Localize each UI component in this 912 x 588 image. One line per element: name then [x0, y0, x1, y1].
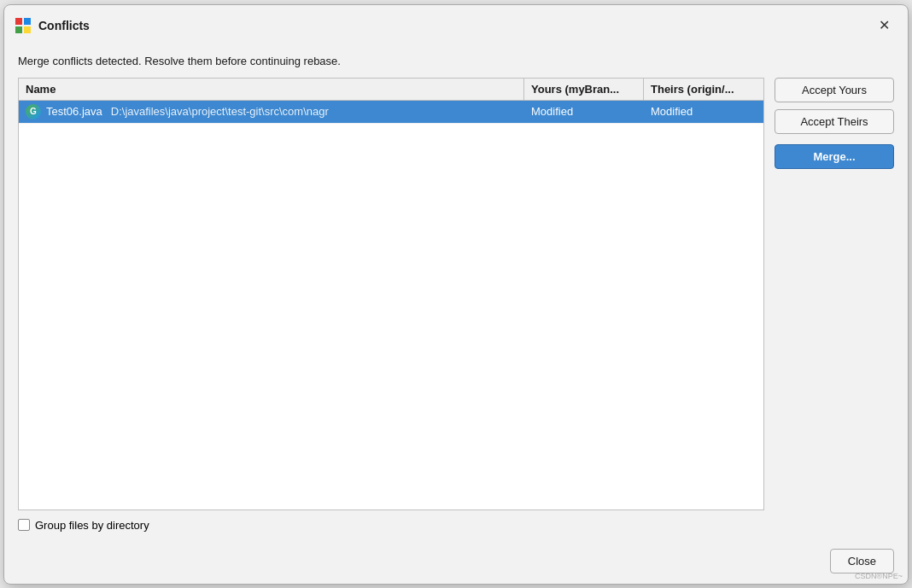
accept-yours-button[interactable]: Accept Yours	[775, 78, 894, 102]
group-files-checkbox[interactable]	[18, 519, 30, 531]
cell-yours: Modified	[524, 102, 644, 121]
conflicts-table: Name Yours (myBran... Theirs (origin/...…	[18, 78, 764, 510]
file-icon: G	[26, 104, 41, 119]
table-header: Name Yours (myBran... Theirs (origin/...	[19, 79, 763, 101]
conflicts-dialog: Conflicts ✕ Merge conflicts detected. Re…	[3, 4, 909, 585]
dialog-title: Conflicts	[38, 19, 865, 32]
cell-theirs: Modified	[644, 102, 763, 121]
svg-rect-2	[15, 26, 22, 33]
column-header-theirs: Theirs (origin/...	[644, 79, 763, 100]
column-header-name: Name	[19, 79, 524, 100]
column-header-yours: Yours (myBran...	[524, 79, 644, 100]
svg-rect-3	[24, 26, 31, 33]
accept-theirs-button[interactable]: Accept Theirs	[775, 109, 894, 134]
window-close-button[interactable]: ✕	[872, 14, 896, 38]
table-body: G Test06.java D:\javafiles\java\project\…	[19, 101, 763, 509]
svg-rect-0	[15, 18, 22, 25]
subtitle-text: Merge conflicts detected. Resolve them b…	[18, 55, 894, 67]
group-files-label: Group files by directory	[35, 519, 149, 532]
dialog-body: Merge conflicts detected. Resolve them b…	[4, 44, 908, 542]
close-button[interactable]: Close	[830, 549, 894, 573]
app-icon	[15, 17, 32, 34]
action-buttons-panel: Accept Yours Accept Theirs Merge...	[775, 78, 894, 510]
file-name: Test06.java	[46, 105, 102, 118]
watermark: CSDN®NPE~	[855, 572, 903, 580]
table-row[interactable]: G Test06.java D:\javafiles\java\project\…	[19, 101, 763, 124]
cell-name: G Test06.java D:\javafiles\java\project\…	[19, 101, 524, 123]
bottom-bar: Close	[4, 542, 908, 584]
merge-button[interactable]: Merge...	[775, 144, 894, 169]
title-bar: Conflicts ✕	[4, 5, 908, 44]
footer-row: Group files by directory	[18, 519, 894, 532]
group-files-checkbox-label[interactable]: Group files by directory	[18, 519, 149, 532]
file-path: D:\javafiles\java\project\test-git\src\c…	[111, 105, 329, 118]
main-area: Name Yours (myBran... Theirs (origin/...…	[18, 78, 894, 510]
svg-rect-1	[24, 18, 31, 25]
